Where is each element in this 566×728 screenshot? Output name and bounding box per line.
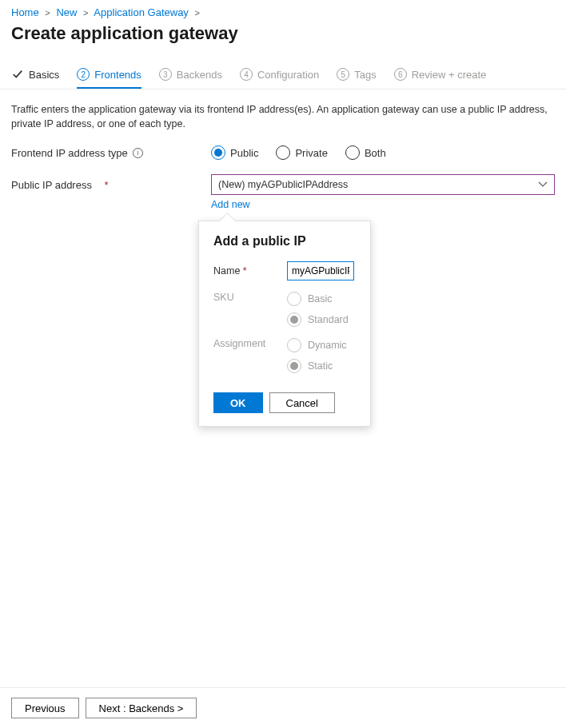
step-number-icon: 2 — [77, 68, 90, 81]
radio-label: Static — [308, 360, 333, 372]
radio-both[interactable]: Both — [345, 145, 386, 160]
popover-title: Add a public IP — [213, 234, 356, 249]
label-assignment: Assignment — [213, 338, 287, 349]
select-public-ip[interactable]: (New) myAGPublicIPAddress — [211, 174, 555, 195]
radio-private[interactable]: Private — [276, 145, 327, 160]
tab-review-create[interactable]: 6 Review + create — [394, 63, 487, 89]
step-number-icon: 4 — [240, 68, 253, 81]
check-icon — [11, 68, 24, 81]
radio-label: Standard — [308, 314, 349, 325]
link-add-new[interactable]: Add new — [211, 199, 250, 210]
chevron-right-icon: > — [192, 8, 203, 18]
radio-public[interactable]: Public — [211, 145, 258, 160]
tab-label: Tags — [354, 69, 376, 81]
next-button[interactable]: Next : Backends > — [86, 698, 197, 718]
radio-sku-standard: Standard — [287, 312, 349, 327]
previous-button[interactable]: Previous — [11, 698, 79, 718]
tab-label: Backends — [177, 69, 222, 81]
input-name[interactable] — [287, 261, 354, 280]
step-number-icon: 5 — [337, 68, 349, 81]
radio-label: Basic — [308, 293, 333, 304]
chevron-down-icon — [538, 180, 548, 189]
step-number-icon: 3 — [159, 68, 172, 81]
wizard-tabs: Basics 2 Frontends 3 Backends 4 Configur… — [0, 63, 566, 89]
tab-configuration[interactable]: 4 Configuration — [240, 63, 319, 89]
ok-button[interactable]: OK — [213, 392, 263, 413]
tab-label: Configuration — [257, 69, 319, 81]
step-number-icon: 6 — [394, 68, 407, 81]
info-icon[interactable]: i — [133, 148, 143, 158]
radio-assign-static: Static — [287, 359, 347, 373]
tab-label: Basics — [29, 69, 59, 81]
label-sku: SKU — [213, 292, 287, 303]
label-public-ip: Public IP address * — [11, 179, 211, 191]
crumb-app-gateway[interactable]: Application Gateway — [94, 6, 189, 18]
crumb-home[interactable]: Home — [11, 6, 39, 18]
cancel-button[interactable]: Cancel — [269, 392, 335, 413]
chevron-right-icon: > — [42, 8, 53, 18]
tab-label: Frontends — [94, 69, 142, 81]
breadcrumb: Home > New > Application Gateway > — [0, 0, 566, 18]
footer-nav: Previous Next : Backends > — [0, 687, 566, 728]
label-name: Name * — [213, 265, 287, 276]
page-title: Create application gateway — [0, 18, 566, 63]
tab-basics[interactable]: Basics — [11, 63, 59, 89]
radio-label: Public — [230, 147, 258, 159]
radio-sku-basic: Basic — [287, 292, 349, 306]
popover-add-public-ip: Add a public IP Name * SKU Basic Standar… — [198, 221, 371, 427]
radio-label: Dynamic — [308, 340, 347, 351]
label-frontend-ip-type: Frontend IP address type i — [11, 147, 211, 159]
radio-label: Both — [365, 147, 386, 159]
tab-description: Traffic enters the application gateway v… — [0, 90, 566, 145]
crumb-new[interactable]: New — [56, 6, 77, 18]
tab-frontends[interactable]: 2 Frontends — [77, 63, 142, 89]
tab-label: Review + create — [412, 69, 487, 81]
radio-group-frontend-type: Public Private Both — [211, 145, 386, 160]
radio-assign-dynamic: Dynamic — [287, 338, 347, 352]
radio-label: Private — [295, 147, 327, 159]
select-value: (New) myAGPublicIPAddress — [218, 179, 348, 190]
tab-tags[interactable]: 5 Tags — [337, 63, 376, 89]
tab-backends[interactable]: 3 Backends — [159, 63, 222, 89]
chevron-right-icon: > — [80, 8, 91, 18]
